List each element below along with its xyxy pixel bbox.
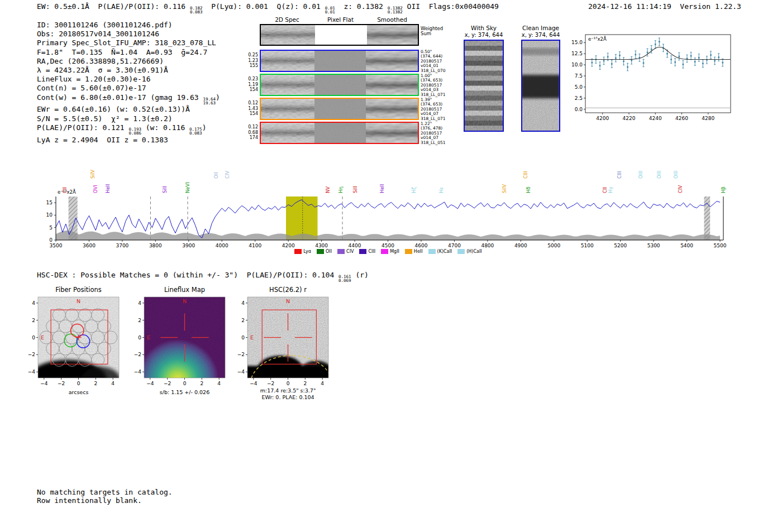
legend-swatch	[337, 249, 345, 254]
svg-text:CII: CII	[602, 187, 608, 193]
svg-text:4260: 4260	[675, 116, 688, 121]
svg-text:2.5: 2.5	[575, 95, 583, 101]
lineflux-map-panel: −4−4−2−2002244NE	[130, 293, 230, 389]
svg-text:−2: −2	[58, 381, 65, 386]
spec2d-row-left-labels: 0.231.19154	[242, 76, 258, 93]
info-line-5: RA,Dec (206.338898,51.276669)	[37, 57, 220, 66]
texture-image	[366, 51, 418, 71]
spec2d-image	[261, 75, 314, 95]
svg-text:Hε: Hε	[438, 187, 444, 193]
legend-swatch	[294, 249, 302, 254]
info-line-1: ID: 3001101246 (3001101246.pdf)	[37, 21, 220, 30]
svg-text:5.0: 5.0	[575, 84, 583, 90]
fiber-xlabel: arcsecs	[38, 389, 119, 395]
info-line-9: Cont(w) = 6.80(±0.01)e-17 (gmag 19.63 19…	[37, 93, 220, 106]
hsc-caption-morphology: m:17.4 re:3.5" s:3.7"	[247, 387, 328, 394]
texture-image	[367, 25, 418, 45]
svg-text:4220: 4220	[623, 116, 636, 121]
spec2d-row-right-labels: 0.50"(374, 644)20180517v014_01318_LL_070	[421, 50, 447, 73]
legend-item: HeII	[405, 249, 423, 254]
clean-image	[521, 40, 560, 132]
texture-image	[261, 99, 314, 119]
svg-text:OIII: OIII	[638, 171, 643, 179]
clean-image-title: Clean Image	[519, 25, 562, 31]
spec2d-row-3	[260, 98, 419, 120]
header-datetime-version: 2024-12-16 11:14:19 Version 1.22.3	[588, 2, 741, 11]
svg-text:−4: −4	[134, 369, 142, 375]
with-sky-title: With Sky	[462, 25, 505, 31]
smoothed-image	[366, 51, 418, 71]
stacked-value: 0.010.01	[325, 6, 335, 15]
stacked-value: 0.1750.083	[189, 127, 202, 136]
svg-text:−4: −4	[250, 381, 258, 386]
pixel-flat-image	[314, 75, 366, 95]
svg-text:3700: 3700	[116, 243, 128, 248]
weighted-smoothed-image	[367, 25, 418, 45]
svg-text:5200: 5200	[614, 243, 627, 248]
legend-item: (K)CaII	[428, 249, 452, 254]
svg-text:Hδ: Hδ	[526, 186, 531, 193]
spec2d-row-4	[260, 122, 419, 144]
svg-text:OVI: OVI	[93, 185, 98, 193]
svg-text:15.0: 15.0	[571, 40, 583, 45]
spec2d-col-header-smoothed: Smoothed	[366, 16, 418, 23]
svg-text:HeII: HeII	[105, 184, 111, 193]
stacked-value: 0.1930.086	[128, 127, 141, 136]
info-line-13: LyA z = 2.4904 OII z = 0.1383	[37, 136, 220, 145]
svg-text:5: 5	[49, 225, 53, 231]
svg-text:SiIV: SiIV	[502, 184, 507, 193]
svg-text:SiIV: SiIV	[90, 170, 96, 179]
lineflux-caption: s/b: 1.15 +/- 0.026	[144, 389, 225, 395]
svg-text:OII: OII	[213, 172, 219, 179]
svg-text:Hβ: Hβ	[721, 186, 726, 193]
svg-text:−4: −4	[146, 381, 154, 386]
svg-text:Hγ: Hγ	[608, 187, 613, 193]
svg-text:4400: 4400	[349, 243, 361, 248]
stacked-value: 19.6419.63	[203, 97, 216, 106]
svg-text:5100: 5100	[581, 243, 594, 248]
svg-text:10.0: 10.0	[571, 62, 583, 68]
spec2d-row-left-labels: 0.251.23155	[242, 52, 258, 69]
svg-text:2: 2	[200, 381, 203, 386]
svg-text:N: N	[183, 298, 187, 304]
svg-text:−4: −4	[28, 369, 36, 375]
fiber-positions-panel: −4−4−2−2002244NE	[23, 293, 124, 389]
svg-text:4300: 4300	[315, 243, 328, 248]
svg-text:4100: 4100	[249, 243, 261, 248]
svg-text:Hη: Hη	[338, 186, 344, 193]
pixel-flat-image	[314, 123, 366, 143]
spec2d-row-2	[260, 74, 419, 96]
svg-text:−4: −4	[237, 369, 245, 375]
info-line-11: S/N = 5.5(±0.5) χ² = 1.3(±0.2)	[37, 114, 220, 123]
legend-item: OII	[317, 249, 332, 254]
svg-text:5500: 5500	[714, 243, 727, 248]
texture-image	[314, 51, 366, 71]
svg-text:0: 0	[77, 381, 80, 386]
svg-text:4280: 4280	[702, 116, 714, 121]
svg-text:−2: −2	[28, 352, 35, 357]
texture-image	[465, 41, 503, 131]
svg-text:0: 0	[287, 381, 290, 386]
svg-text:E: E	[147, 334, 150, 341]
svg-text:0.0: 0.0	[575, 107, 583, 112]
svg-text:0: 0	[32, 335, 35, 341]
info-line-12: P(LAE)/P(OII): 0.121 0.1930.086 (w: 0.11…	[37, 123, 220, 136]
info-line-8: Cont(n) = 5.60(±0.07)e-17	[37, 84, 220, 93]
svg-text:−2: −2	[237, 352, 245, 357]
svg-text:7.5: 7.5	[575, 73, 583, 79]
svg-text:4: 4	[241, 300, 245, 306]
legend-item: CIII	[359, 249, 375, 254]
spec2d-image	[261, 123, 314, 143]
info-line-2: Obs: 20180517v014_3001101246	[37, 30, 220, 39]
spec2d-col-header-2dspec: 2D Spec	[260, 16, 314, 23]
svg-text:−2: −2	[164, 381, 171, 386]
header-summary: EW: 0.5±0.1Å P(LAE)/P(OII): 0.116 0.1820…	[37, 2, 499, 15]
svg-text:SiII: SiII	[352, 186, 358, 193]
svg-text:4200: 4200	[282, 243, 295, 248]
svg-text:0: 0	[183, 381, 187, 386]
svg-text:NV: NV	[325, 186, 331, 193]
svg-text:4500: 4500	[382, 243, 394, 248]
footer-note-1: No matching targets in catalog.	[37, 488, 173, 497]
info-line-7: LineFlux = 1.20(±0.30)e-16	[37, 75, 220, 84]
info-line-10: EWr = 0.64(±0.16) (w: 0.52(±0.13))Å	[37, 105, 220, 114]
